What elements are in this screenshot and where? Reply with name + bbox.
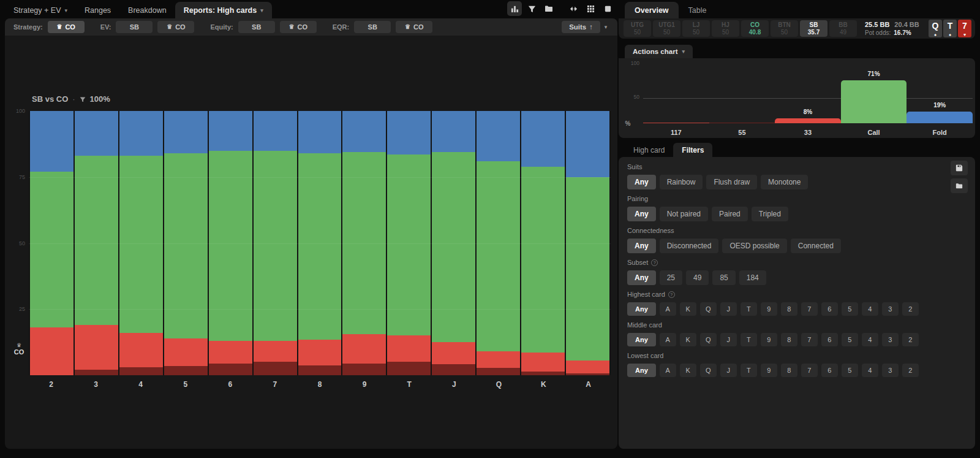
grid-view-icon[interactable] bbox=[583, 1, 598, 16]
chart-view-icon[interactable] bbox=[507, 1, 522, 16]
filter-option-suits-rainbow[interactable]: Rainbow bbox=[660, 175, 703, 189]
stack-column-2[interactable] bbox=[29, 111, 75, 375]
action-slot-117[interactable] bbox=[643, 63, 709, 123]
filter-option-lowest-card-5[interactable]: 5 bbox=[842, 364, 858, 377]
filter-option-lowest-card-4[interactable]: 4 bbox=[862, 364, 878, 377]
filter-option-subset-25[interactable]: 25 bbox=[660, 270, 682, 285]
filter-option-middle-card-q[interactable]: Q bbox=[700, 333, 717, 346]
stack-column-K[interactable] bbox=[521, 111, 566, 375]
filter-option-lowest-card-6[interactable]: 6 bbox=[821, 364, 838, 377]
filter-option-highest-card-5[interactable]: 5 bbox=[842, 302, 858, 316]
tab-strategy-ev[interactable]: Strategy + EV ▾ bbox=[5, 2, 76, 18]
position-chip-co[interactable]: CO40.8 bbox=[741, 20, 769, 37]
position-chip-lj[interactable]: LJ50 bbox=[682, 20, 710, 37]
stack-column-8[interactable] bbox=[298, 111, 343, 375]
action-slot-33[interactable]: 8% bbox=[775, 63, 841, 123]
filter-option-highest-card-6[interactable]: 6 bbox=[821, 302, 838, 316]
position-chip-utg1[interactable]: UTG150 bbox=[653, 20, 680, 37]
stack-column-6[interactable] bbox=[209, 111, 254, 375]
equity-co-chip[interactable]: ♛ CO bbox=[280, 21, 317, 33]
sort-by-suits-button[interactable]: Suits ↑ bbox=[562, 21, 600, 33]
filter-option-lowest-card-t[interactable]: T bbox=[741, 364, 757, 377]
filter-option-middle-card-7[interactable]: 7 bbox=[801, 333, 818, 346]
filter-option-suits-flush-draw[interactable]: Flush draw bbox=[706, 175, 757, 189]
filter-option-lowest-card-7[interactable]: 7 bbox=[801, 364, 818, 377]
position-chip-bb[interactable]: BB49 bbox=[829, 20, 857, 37]
filter-option-pairing-not-paired[interactable]: Not paired bbox=[660, 207, 708, 221]
filter-option-subset-any[interactable]: Any bbox=[627, 270, 656, 285]
stack-column-T[interactable] bbox=[387, 111, 432, 375]
filter-icon[interactable] bbox=[524, 1, 539, 16]
action-slot-55[interactable] bbox=[709, 63, 775, 123]
filter-option-subset-184[interactable]: 184 bbox=[739, 270, 766, 285]
position-chip-sb[interactable]: SB35.7 bbox=[800, 20, 827, 37]
filter-option-middle-card-5[interactable]: 5 bbox=[842, 333, 858, 346]
info-icon[interactable]: ? bbox=[668, 291, 675, 298]
filter-option-lowest-card-8[interactable]: 8 bbox=[781, 364, 797, 377]
filter-option-middle-card-4[interactable]: 4 bbox=[862, 333, 878, 346]
position-chip-hj[interactable]: HJ50 bbox=[712, 20, 739, 37]
stack-column-Q[interactable] bbox=[477, 111, 521, 375]
eqr-co-chip[interactable]: ♛ CO bbox=[396, 21, 432, 33]
tab-ranges[interactable]: Ranges bbox=[76, 2, 119, 18]
filter-option-pairing-tripled[interactable]: Tripled bbox=[752, 207, 788, 221]
actions-chart-tab[interactable]: Actions chart ▾ bbox=[625, 45, 693, 58]
filter-option-connectedness-disconnected[interactable]: Disconnected bbox=[660, 239, 719, 253]
stack-column-7[interactable] bbox=[254, 111, 298, 375]
tab-high-card[interactable]: High card bbox=[625, 143, 673, 157]
ev-co-chip[interactable]: ♛ CO bbox=[157, 21, 194, 33]
folder-icon[interactable] bbox=[541, 1, 556, 16]
filter-option-lowest-card-k[interactable]: K bbox=[680, 364, 696, 377]
filter-option-lowest-card-3[interactable]: 3 bbox=[882, 364, 899, 377]
filter-option-highest-card-7[interactable]: 7 bbox=[801, 302, 818, 316]
filter-option-highest-card-2[interactable]: 2 bbox=[902, 302, 919, 316]
filter-option-lowest-card-q[interactable]: Q bbox=[700, 364, 717, 377]
stack-column-9[interactable] bbox=[342, 111, 387, 375]
filter-option-pairing-paired[interactable]: Paired bbox=[712, 207, 748, 221]
eqr-sb-chip[interactable]: SB bbox=[354, 21, 391, 33]
filter-option-middle-card-3[interactable]: 3 bbox=[882, 333, 899, 346]
expand-horizontal-icon[interactable] bbox=[566, 1, 581, 16]
filter-option-highest-card-k[interactable]: K bbox=[680, 302, 696, 316]
filter-option-highest-card-any[interactable]: Any bbox=[627, 302, 656, 316]
stack-column-J[interactable] bbox=[432, 111, 477, 375]
save-icon[interactable] bbox=[951, 161, 968, 175]
stack-column-A[interactable] bbox=[566, 111, 611, 375]
filter-option-suits-any[interactable]: Any bbox=[627, 175, 656, 189]
filter-option-highest-card-t[interactable]: T bbox=[741, 302, 757, 316]
filter-option-pairing-any[interactable]: Any bbox=[627, 207, 656, 221]
filter-option-subset-85[interactable]: 85 bbox=[712, 270, 735, 285]
tab-reports[interactable]: Reports: High cards ▾ bbox=[175, 2, 272, 18]
filter-option-highest-card-9[interactable]: 9 bbox=[761, 302, 777, 316]
filter-option-middle-card-6[interactable]: 6 bbox=[821, 333, 838, 346]
filter-option-lowest-card-9[interactable]: 9 bbox=[761, 364, 777, 377]
position-chip-utg[interactable]: UTG50 bbox=[624, 20, 651, 37]
info-icon[interactable]: ? bbox=[651, 259, 658, 266]
tab-filters[interactable]: Filters bbox=[673, 143, 712, 157]
square-view-icon[interactable] bbox=[600, 1, 615, 16]
filter-option-subset-49[interactable]: 49 bbox=[686, 270, 709, 285]
filter-option-highest-card-j[interactable]: J bbox=[720, 302, 737, 316]
tab-overview[interactable]: Overview bbox=[625, 2, 679, 18]
tab-table[interactable]: Table bbox=[679, 2, 717, 18]
position-chip-btn[interactable]: BTN50 bbox=[771, 20, 798, 37]
filter-option-suits-monotone[interactable]: Monotone bbox=[761, 175, 808, 189]
filter-option-highest-card-4[interactable]: 4 bbox=[862, 302, 878, 316]
filter-option-lowest-card-any[interactable]: Any bbox=[627, 364, 656, 377]
action-slot-call[interactable]: 71% bbox=[841, 63, 907, 123]
filter-option-connectedness-any[interactable]: Any bbox=[627, 239, 656, 253]
strategy-co-chip[interactable]: ♛ CO bbox=[48, 21, 85, 33]
filter-option-lowest-card-2[interactable]: 2 bbox=[902, 364, 919, 377]
filter-option-middle-card-a[interactable]: A bbox=[660, 333, 676, 346]
filter-option-middle-card-2[interactable]: 2 bbox=[902, 333, 919, 346]
filter-option-middle-card-any[interactable]: Any bbox=[627, 333, 656, 346]
filter-option-connectedness-connected[interactable]: Connected bbox=[791, 239, 841, 253]
folder-icon[interactable] bbox=[951, 178, 968, 193]
stack-column-4[interactable] bbox=[119, 111, 164, 375]
stack-column-5[interactable] bbox=[164, 111, 209, 375]
filter-option-highest-card-8[interactable]: 8 bbox=[781, 302, 797, 316]
filter-option-lowest-card-a[interactable]: A bbox=[660, 364, 676, 377]
stack-column-3[interactable] bbox=[75, 111, 119, 375]
sort-dropdown-chevron[interactable]: ▾ bbox=[600, 21, 611, 33]
action-slot-fold[interactable]: 19% bbox=[907, 63, 973, 123]
